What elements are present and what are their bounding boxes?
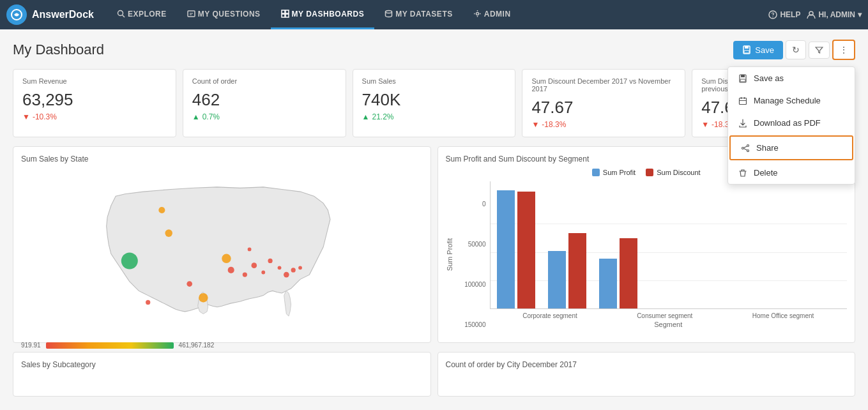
map-dot <box>291 268 296 272</box>
save-as-icon <box>738 74 747 83</box>
map-dot <box>298 266 302 270</box>
nav-explore[interactable]: EXPLORE <box>107 0 177 29</box>
color-max-label: 461,967.182 <box>179 342 215 349</box>
delete-label: Delete <box>754 168 778 178</box>
kpi-sum-revenue-value: 63,295 <box>22 90 167 110</box>
refresh-button[interactable]: ↻ <box>786 40 806 59</box>
dropdown-save-as[interactable]: Save as <box>728 67 855 89</box>
bar-corporate-discount <box>517 192 535 308</box>
svg-rect-4 <box>282 10 285 13</box>
user-dropdown-arrow: ▾ <box>858 10 862 19</box>
map-dot <box>121 252 138 269</box>
y-axis-labels: 150000 100000 50000 0 <box>455 201 490 328</box>
bottom-card-subcategory-title: Sales by Subcategory <box>21 360 423 369</box>
svg-rect-19 <box>740 98 747 104</box>
bar-groups <box>490 181 848 309</box>
legend-sum-profit-label: Sum Profit <box>603 169 636 176</box>
map-dot <box>261 271 265 275</box>
download-icon <box>738 119 747 128</box>
y-label-150k: 150000 <box>464 321 485 328</box>
svg-rect-18 <box>740 79 745 82</box>
svg-rect-7 <box>286 14 289 17</box>
y-label-50k: 50000 <box>468 241 486 248</box>
nav-admin[interactable]: ADMIN <box>463 0 521 29</box>
map-dot <box>278 266 282 270</box>
page-content: My Dashboard Save ↻ ⋮ Save as <box>0 29 868 410</box>
app-name: AnswerDock <box>32 9 94 20</box>
save-button[interactable]: Save <box>733 41 783 59</box>
map-dot <box>243 273 247 277</box>
dropdown-delete[interactable]: Delete <box>728 162 855 184</box>
map-dot <box>251 262 257 268</box>
kpi-sum-revenue-label: Sum Revenue <box>22 77 167 85</box>
kpi-discount-nov: Sum Discount December 2017 vs November 2… <box>522 69 685 137</box>
bar-chart-with-y: Sum Profit 150000 100000 50000 0 <box>446 181 848 328</box>
map-card: Sum Sales by State <box>13 146 431 343</box>
kpi-sum-sales: Sum Sales 740K ▲ 21.2% <box>353 69 516 137</box>
dropdown-share[interactable]: Share <box>729 135 853 160</box>
legend-sum-profit: Sum Profit <box>592 169 636 176</box>
map-dot <box>158 207 165 213</box>
bar-group-corporate <box>497 190 535 308</box>
kpi-sum-sales-change: ▲ 21.2% <box>362 112 506 121</box>
svg-point-22 <box>747 149 749 151</box>
x-label-consumer: Consumer segment <box>637 312 692 319</box>
color-min-label: 919.91 <box>21 342 41 349</box>
page-header: My Dashboard Save ↻ ⋮ Save as <box>13 40 855 60</box>
nav-my-datasets[interactable]: MY DATASETS <box>374 0 463 29</box>
manage-schedule-label: Manage Schedule <box>754 96 821 105</box>
kpi-sum-revenue-change: ▼ -10.3% <box>22 112 167 121</box>
filter-button[interactable] <box>809 42 830 59</box>
calendar-icon <box>738 96 747 105</box>
svg-point-20 <box>747 144 749 146</box>
kpi-discount-nov-change: ▼ -18.3% <box>531 120 676 129</box>
nav-user[interactable]: Hi, Admin ▾ <box>807 10 862 19</box>
nav-right: HELP Hi, Admin ▾ <box>768 10 862 19</box>
map-dot <box>248 248 252 252</box>
kpi-discount-nov-value: 47.67 <box>531 98 676 118</box>
header-actions: Save ↻ ⋮ Save as Manage Schedule <box>733 40 855 60</box>
legend-sum-discount: Sum Discount <box>646 169 700 176</box>
kpi-sum-sales-label: Sum Sales <box>362 77 506 85</box>
bottom-card-city: Count of order by City December 2017 <box>438 352 856 397</box>
bottom-row: Sales by Subcategory Count of order by C… <box>13 352 855 397</box>
map-dot <box>165 229 172 237</box>
map-dot <box>222 254 231 263</box>
nav-my-questions[interactable]: MY QUESTIONS <box>177 0 271 29</box>
svg-rect-17 <box>741 75 745 77</box>
page-title: My Dashboard <box>13 42 104 58</box>
us-map: 919.91 461,967.182 <box>21 169 423 335</box>
logo-icon <box>6 4 27 25</box>
svg-line-2 <box>122 15 125 18</box>
svg-point-1 <box>118 11 123 16</box>
y-label-100k: 100000 <box>464 281 485 288</box>
bar-homeoffice-profit <box>599 259 617 308</box>
share-label: Share <box>756 143 779 153</box>
more-icon: ⋮ <box>839 45 848 55</box>
kpi-count-order-label: Count of order <box>192 77 337 85</box>
dropdown-download-pdf[interactable]: Download as PDF <box>728 112 855 134</box>
map-dot <box>187 281 192 287</box>
map-dot <box>146 300 150 305</box>
svg-point-11 <box>773 17 773 17</box>
app-logo[interactable]: AnswerDock <box>6 4 94 25</box>
bottom-card-subcategory: Sales by Subcategory <box>13 352 431 397</box>
nav-help[interactable]: HELP <box>768 10 800 19</box>
map-dot <box>268 259 272 263</box>
dropdown-menu: Save as Manage Schedule Download as PDF … <box>727 66 855 185</box>
legend-sum-discount-label: Sum Discount <box>657 169 700 176</box>
save-as-label: Save as <box>754 73 784 83</box>
y-axis-title: Sum Profit <box>446 238 453 271</box>
nav-my-dashboards[interactable]: MY DASHBOARDS <box>271 0 375 29</box>
x-label-corporate: Corporate segment <box>522 312 577 319</box>
more-button[interactable]: ⋮ <box>832 40 855 60</box>
up-arrow-icon-2: ▲ <box>362 112 370 121</box>
svg-point-21 <box>742 147 744 149</box>
color-scale: 919.91 461,967.182 <box>21 342 423 349</box>
map-title: Sum Sales by State <box>21 155 423 163</box>
dropdown-manage-schedule[interactable]: Manage Schedule <box>728 89 855 112</box>
download-pdf-label: Download as PDF <box>754 118 821 128</box>
kpi-discount-nov-label: Sum Discount December 2017 vs November 2… <box>531 77 676 93</box>
color-bar <box>46 342 174 349</box>
map-dot <box>284 272 289 278</box>
